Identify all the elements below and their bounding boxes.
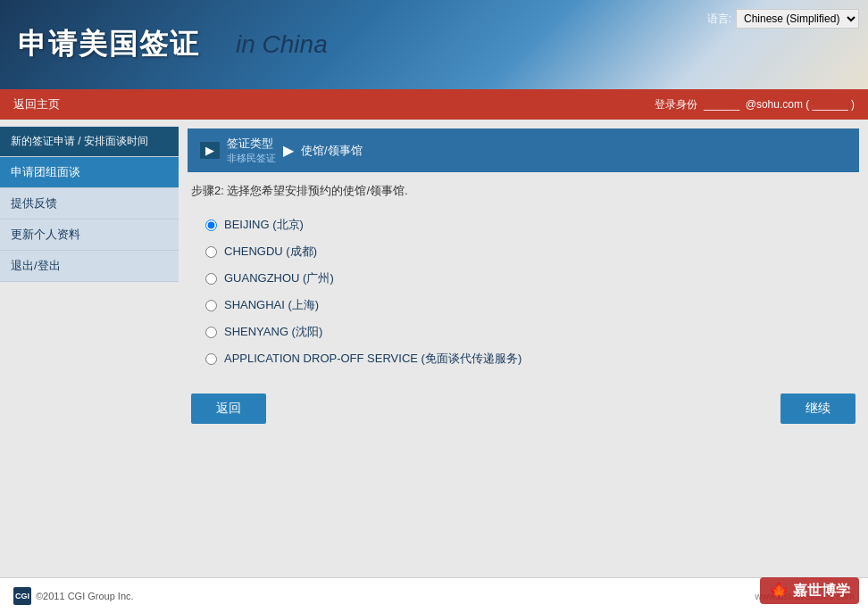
continue-button[interactable]: 继续 (780, 393, 855, 424)
sidebar-item-3[interactable]: 更新个人资料 (0, 220, 179, 251)
watermark-icon: 🍁 (769, 581, 789, 601)
nav-login-info: 登录身份 ______ @sohu.com ( ______ ) (655, 97, 855, 112)
buttons-row: 返回 继续 (188, 393, 859, 424)
watermark-text: 嘉世博学 (793, 582, 850, 601)
sidebar-item-4[interactable]: 退出/登出 (0, 251, 179, 282)
label-shanghai[interactable]: SHANGHAI (上海) (224, 297, 319, 313)
footer-logo: CGI ©2011 CGI Group Inc. (13, 587, 134, 605)
radio-dropoff[interactable] (205, 353, 217, 365)
watermark: 🍁 嘉世博学 (760, 577, 859, 604)
breadcrumb-sub1: 非移民签证 (227, 152, 276, 165)
breadcrumb-item1: 签证类型 (227, 136, 276, 152)
header-subtitle: in China (200, 30, 328, 59)
sidebar: 新的签证申请 / 安排面谈时间申请团组面谈提供反馈更新个人资料退出/登出 (0, 120, 179, 577)
radio-shanghai[interactable] (205, 300, 217, 311)
radio-option-shanghai: SHANGHAI (上海) (188, 292, 859, 319)
cgi-logo-icon: CGI (13, 587, 31, 605)
language-selector[interactable]: 语言: Chinese (Simplified) English (707, 9, 859, 29)
footer: CGI ©2011 CGI Group Inc. www.ustraveldoc… (0, 577, 868, 613)
radio-shenyang[interactable] (205, 327, 217, 338)
radio-option-dropoff: APPLICATION DROP-OFF SERVICE (免面谈代传递服务) (188, 345, 859, 372)
breadcrumb: ▶ 签证类型 非移民签证 ▶ 使馆/领事馆 (188, 128, 859, 172)
breadcrumb-step1: 签证类型 非移民签证 (227, 136, 276, 165)
sidebar-item-1[interactable]: 申请团组面谈 (0, 157, 179, 188)
sidebar-item-0[interactable]: 新的签证申请 / 安排面谈时间 (0, 127, 179, 157)
lang-label: 语言: (707, 12, 731, 27)
label-chengdu[interactable]: CHENGDU (成都) (224, 244, 317, 260)
lang-dropdown[interactable]: Chinese (Simplified) English (736, 9, 859, 29)
breadcrumb-separator: ▶ (283, 142, 294, 159)
label-shenyang[interactable]: SHENYANG (沈阳) (224, 324, 322, 340)
main-layout: 新的签证申请 / 安排面谈时间申请团组面谈提供反馈更新个人资料退出/登出 ▶ 签… (0, 120, 868, 577)
footer-company: ©2011 CGI Group Inc. (36, 591, 134, 601)
embassy-radio-group: BEIJING (北京)CHENGDU (成都)GUANGZHOU (广州)SH… (188, 211, 859, 372)
breadcrumb-arrow: ▶ (200, 142, 220, 159)
radio-option-guangzhou: GUANGZHOU (广州) (188, 265, 859, 292)
sidebar-item-2[interactable]: 提供反馈 (0, 188, 179, 220)
header: 申请美国签证 in China 语言: Chinese (Simplified)… (0, 0, 868, 89)
breadcrumb-item2: 使馆/领事馆 (301, 143, 363, 159)
radio-guangzhou[interactable] (205, 273, 217, 285)
radio-option-shenyang: SHENYANG (沈阳) (188, 319, 859, 345)
radio-option-chengdu: CHENGDU (成都) (188, 238, 859, 265)
navbar: 返回主页 登录身份 ______ @sohu.com ( ______ ) (0, 89, 868, 120)
nav-home-link[interactable]: 返回主页 (13, 96, 60, 112)
radio-chengdu[interactable] (205, 246, 217, 258)
radio-beijing[interactable] (205, 220, 217, 231)
label-guangzhou[interactable]: GUANGZHOU (广州) (224, 270, 334, 286)
label-dropoff[interactable]: APPLICATION DROP-OFF SERVICE (免面谈代传递服务) (224, 351, 522, 367)
back-button[interactable]: 返回 (191, 393, 266, 424)
content-area: ▶ 签证类型 非移民签证 ▶ 使馆/领事馆 步骤2: 选择您希望安排预约的使馆/… (179, 120, 868, 577)
label-beijing[interactable]: BEIJING (北京) (224, 217, 304, 233)
step-instruction: 步骤2: 选择您希望安排预约的使馆/领事馆. (188, 183, 859, 199)
header-title: 申请美国签证 (0, 25, 200, 64)
radio-option-beijing: BEIJING (北京) (188, 211, 859, 238)
